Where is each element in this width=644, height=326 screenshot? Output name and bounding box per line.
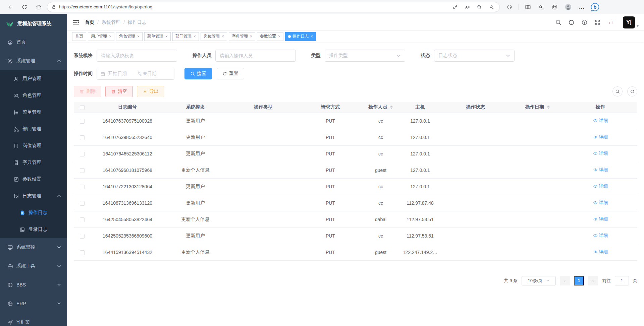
sidebar-item-role-mgmt[interactable]: 角色管理 [0, 87, 67, 104]
detail-link[interactable]: 详细 [593, 183, 608, 189]
row-checkbox[interactable] [80, 201, 85, 206]
row-checkbox[interactable] [80, 217, 85, 222]
search-icon[interactable] [555, 19, 561, 25]
show-search-button[interactable] [612, 86, 623, 96]
close-icon[interactable]: × [250, 34, 252, 39]
close-icon[interactable]: × [137, 34, 140, 39]
fullscreen-icon[interactable] [594, 19, 601, 25]
status-select[interactable]: 日志状态 [434, 50, 515, 62]
close-icon[interactable]: × [109, 34, 111, 39]
user-avatar[interactable]: Yj ▾ [623, 16, 639, 28]
back-icon[interactable] [5, 2, 16, 12]
sidebar-item-bbs[interactable]: BBS [0, 275, 67, 294]
tab-user-mgmt[interactable]: 用户管理 × [88, 32, 114, 41]
select-all-checkbox[interactable] [80, 105, 85, 110]
sidebar-item-dict-mgmt[interactable]: 字典管理 [0, 154, 67, 171]
tab-dept-mgmt[interactable]: 部门管理 × [172, 32, 199, 41]
sidebar-item-menu-mgmt[interactable]: 菜单管理 [0, 104, 67, 121]
tab-home[interactable]: 首页 [72, 32, 86, 41]
column-header-op_date[interactable]: 操作日期 [512, 102, 564, 113]
type-select[interactable]: 操作类型 [325, 50, 405, 62]
column-header-operator[interactable]: 操作人员 [361, 102, 401, 113]
sidebar-item-param-settings[interactable]: 参数设置 [0, 171, 67, 188]
tab-oper-log[interactable]: 操作日志 × [285, 32, 316, 41]
row-checkbox[interactable] [80, 168, 85, 173]
export-button[interactable]: 导出 [137, 86, 164, 97]
delete-button[interactable]: 删除 [74, 86, 101, 97]
sidebar-item-home[interactable]: 首页 [0, 33, 67, 52]
github-icon[interactable] [568, 19, 575, 25]
close-icon[interactable]: × [165, 34, 168, 39]
detail-link[interactable]: 详细 [593, 216, 608, 222]
favorite-add-icon[interactable] [487, 3, 496, 11]
goto-page-input[interactable] [615, 276, 629, 285]
detail-link[interactable]: 详细 [593, 233, 608, 239]
bing-icon[interactable] [589, 2, 601, 12]
row-checkbox[interactable] [80, 250, 85, 255]
date-range-picker[interactable]: 开始日期 - 结束日期 [97, 68, 174, 80]
sidebar-item-yi-framework[interactable]: Yi框架 [0, 313, 67, 326]
sidebar-item-post-mgmt[interactable]: 岗位管理 [0, 137, 67, 154]
collections-icon[interactable] [549, 2, 560, 12]
sidebar-item-dept-mgmt[interactable]: 部门管理 [0, 121, 67, 137]
sidebar-item-tools[interactable]: 系统工具 [0, 257, 67, 275]
tab-dict-mgmt[interactable]: 字典管理 × [229, 32, 255, 41]
row-checkbox[interactable] [80, 135, 85, 140]
sort-icon[interactable] [547, 106, 550, 109]
detail-link[interactable]: 详细 [593, 249, 608, 255]
detail-link[interactable]: 详细 [593, 118, 608, 124]
row-checkbox[interactable] [80, 234, 85, 239]
sidebar-item-erp[interactable]: ERP [0, 294, 67, 313]
operator-input[interactable] [215, 50, 296, 62]
help-icon[interactable] [581, 19, 588, 25]
font-size-icon[interactable] [607, 19, 615, 25]
profile-icon[interactable] [562, 2, 574, 12]
tab-menu-mgmt[interactable]: 菜单管理 × [144, 32, 171, 41]
refresh-icon[interactable] [19, 2, 30, 12]
page-number-1[interactable]: 1 [574, 276, 584, 285]
detail-link[interactable]: 详细 [593, 167, 608, 173]
breadcrumb-item[interactable]: 首页 [85, 19, 94, 25]
address-bar[interactable]: https://ccnetcore.com:1101/system/log/op… [47, 2, 500, 12]
row-checkbox[interactable] [80, 185, 85, 189]
extensions-icon[interactable] [504, 2, 515, 12]
split-screen-icon[interactable] [522, 2, 534, 12]
sidebar-item-monitoring[interactable]: 系统监控 [0, 238, 67, 257]
key-icon[interactable] [450, 3, 460, 11]
read-aloud-icon[interactable] [463, 3, 472, 11]
module-input[interactable] [97, 50, 177, 62]
sidebar-item-login-log[interactable]: 登录日志 [0, 221, 67, 238]
sidebar-item-oper-log[interactable]: 操作日志 [0, 204, 67, 221]
home-icon[interactable] [33, 2, 44, 12]
cell-op_date [512, 145, 564, 162]
detail-link[interactable]: 详细 [593, 150, 608, 156]
prev-page-button[interactable]: ‹ [560, 276, 570, 285]
tab-role-mgmt[interactable]: 角色管理 × [116, 32, 143, 41]
row-checkbox[interactable] [80, 152, 85, 156]
tab-param-settings[interactable]: 参数设置 × [257, 32, 283, 41]
sort-icon[interactable] [390, 106, 393, 109]
reset-button[interactable]: 重置 [217, 68, 244, 79]
tab-post-mgmt[interactable]: 岗位管理 × [201, 32, 227, 41]
clear-button[interactable]: 清空 [105, 86, 133, 97]
close-icon[interactable]: × [194, 34, 196, 39]
search-button[interactable]: 搜索 [184, 68, 212, 79]
sidebar-item-log-mgmt[interactable]: 日志管理 [0, 188, 67, 204]
next-page-button[interactable]: › [588, 276, 598, 285]
close-icon[interactable]: × [311, 34, 313, 39]
row-checkbox[interactable] [80, 119, 85, 124]
close-icon[interactable]: × [222, 34, 224, 39]
sidebar-collapse-icon[interactable] [72, 19, 79, 26]
favorites-icon[interactable] [536, 2, 547, 12]
avatar[interactable]: Yj [623, 16, 635, 28]
sidebar-item-system-mgmt[interactable]: 系统管理 [0, 52, 67, 70]
detail-link[interactable]: 详细 [593, 134, 608, 140]
close-icon[interactable]: × [278, 34, 280, 39]
sidebar-item-user-mgmt[interactable]: 用户管理 [0, 70, 67, 87]
breadcrumb-item[interactable]: 系统管理 [102, 19, 120, 25]
more-icon[interactable]: … [576, 2, 587, 12]
page-size-select[interactable]: 10条/页 [522, 276, 556, 285]
refresh-table-button[interactable] [627, 86, 637, 96]
zoom-out-icon[interactable] [475, 3, 484, 11]
detail-link[interactable]: 详细 [593, 200, 608, 206]
